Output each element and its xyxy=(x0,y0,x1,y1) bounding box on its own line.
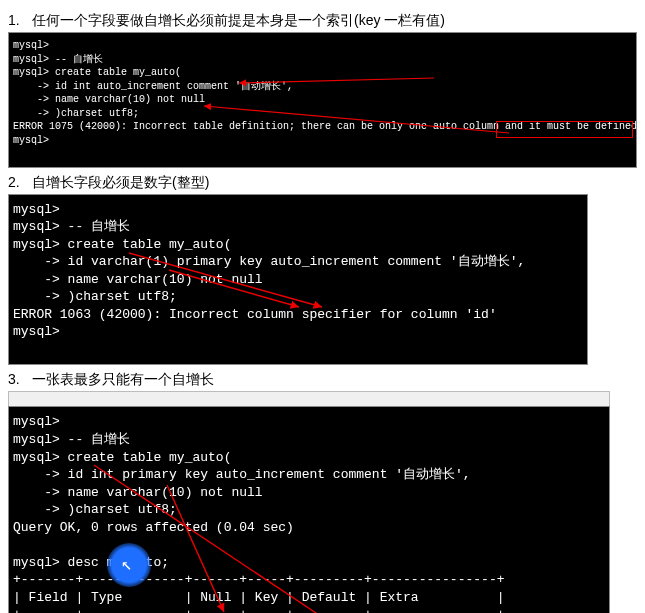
list-heading-row: 1. 任何一个字段要做自增长必须前提是本身是一个索引(key 一栏有值) xyxy=(8,12,637,30)
list-heading-row: 3. 一张表最多只能有一个自增长 xyxy=(8,371,637,389)
terminal-line: mysql> create table my_auto( xyxy=(13,449,605,467)
terminal-line: -> name varchar(10) not null xyxy=(13,93,632,107)
terminal-line xyxy=(13,341,583,359)
terminal-line: -> name varchar(10) not null xyxy=(13,271,583,289)
terminal-line: +-------+-------------+------+-----+----… xyxy=(13,571,605,589)
cursor-icon: ↖ xyxy=(121,553,132,577)
terminal-line: ERROR 1075 (42000): Incorrect table defi… xyxy=(13,120,632,134)
terminal-line xyxy=(13,147,632,161)
terminal-line: -> id varchar(1) primary key auto_increm… xyxy=(13,253,583,271)
terminal-line: | Field | Type | Null | Key | Default | … xyxy=(13,589,605,607)
terminal-line: -> id int primary key auto_increment com… xyxy=(13,466,605,484)
terminal-line: -> )charset utf8; xyxy=(13,107,632,121)
terminal-line: mysql> desc my_auto; xyxy=(13,554,605,572)
terminal-line: +-------+-------------+------+-----+----… xyxy=(13,606,605,613)
terminal-output: ↖ mysql>mysql> -- 自增长mysql> create table… xyxy=(8,406,610,613)
list-item: 3. 一张表最多只能有一个自增长 ↖ mysql>mysql> -- 自增长my… xyxy=(8,371,637,613)
terminal-line: mysql> xyxy=(13,413,605,431)
list-number: 3. xyxy=(8,371,32,387)
terminal-line: mysql> xyxy=(13,134,632,148)
terminal-line: -> id int auto_increment comment '自动增长', xyxy=(13,80,632,94)
list-heading: 一张表最多只能有一个自增长 xyxy=(32,371,637,389)
terminal-line: mysql> xyxy=(13,39,632,53)
terminal-line: mysql> -- 自增长 xyxy=(13,218,583,236)
list-item: 2. 自增长字段必须是数字(整型) mysql>mysql> -- 自增长mys… xyxy=(8,174,637,366)
terminal-output: mysql>mysql> -- 自增长mysql> create table m… xyxy=(8,194,588,366)
list-number: 2. xyxy=(8,174,32,190)
terminal-line: mysql> xyxy=(13,323,583,341)
terminal-output: mysql>mysql> -- 自增长mysql> create table m… xyxy=(8,32,637,168)
terminal-line: -> )charset utf8; xyxy=(13,288,583,306)
terminal-line: -> )charset utf8; xyxy=(13,501,605,519)
list-item: 1. 任何一个字段要做自增长必须前提是本身是一个索引(key 一栏有值) mys… xyxy=(8,12,637,168)
terminal-line: mysql> xyxy=(13,201,583,219)
terminal-line: mysql> -- 自增长 xyxy=(13,431,605,449)
terminal-line: mysql> create table my_auto( xyxy=(13,236,583,254)
window-titlebar xyxy=(8,391,610,406)
terminal-line: mysql> create table my_auto( xyxy=(13,66,632,80)
list-heading-row: 2. 自增长字段必须是数字(整型) xyxy=(8,174,637,192)
list-heading: 自增长字段必须是数字(整型) xyxy=(32,174,637,192)
list-heading: 任何一个字段要做自增长必须前提是本身是一个索引(key 一栏有值) xyxy=(32,12,637,30)
terminal-line: ERROR 1063 (42000): Incorrect column spe… xyxy=(13,306,583,324)
terminal-line: -> name varchar(10) not null xyxy=(13,484,605,502)
terminal-line: Query OK, 0 rows affected (0.04 sec) xyxy=(13,519,605,537)
terminal-line: mysql> -- 自增长 xyxy=(13,53,632,67)
terminal-line xyxy=(13,536,605,554)
list-number: 1. xyxy=(8,12,32,28)
